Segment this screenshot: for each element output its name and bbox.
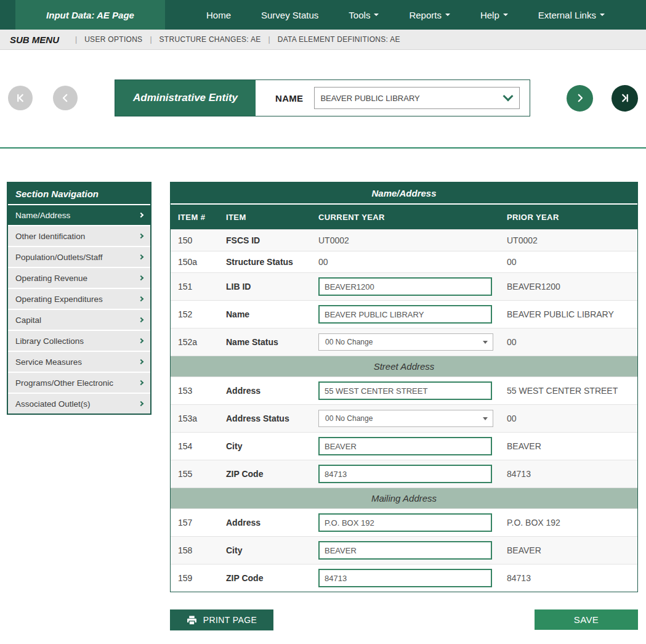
item-number: 153 xyxy=(171,386,219,396)
print-page-label: PRINT PAGE xyxy=(203,615,257,625)
sidebar-item-operating-expenditures[interactable]: Operating Expenditures xyxy=(8,288,150,309)
previous-record-button[interactable] xyxy=(53,86,78,110)
nav-help[interactable]: Help xyxy=(480,10,508,20)
action-buttons: PRINT PAGE SAVE xyxy=(170,609,638,630)
section-header-mailing-address: Mailing Address xyxy=(171,487,637,508)
prior-year-value: BEAVER xyxy=(499,441,637,451)
submenu-item-data-element-definitions-ae[interactable]: DATA ELEMENT DEFINITIONS: AE xyxy=(278,35,400,44)
section-navigation-sidebar: Section Navigation Name/Address Other Id… xyxy=(7,182,151,415)
sidebar-item-population-outlets-staff[interactable]: Population/Outlets/Staff xyxy=(8,246,150,267)
sidebar-item-library-collections[interactable]: Library Collections xyxy=(8,330,150,351)
entity-name-select[interactable]: BEAVER PUBLIC LIBRARY xyxy=(314,87,520,109)
prior-year-value: 55 WEST CENTER STREET xyxy=(499,386,637,396)
sidebar-item-programs-other-electronic[interactable]: Programs/Other Electronic xyxy=(8,372,150,393)
save-button[interactable]: SAVE xyxy=(535,609,638,630)
item-label: FSCS ID xyxy=(219,235,311,245)
input-item-151[interactable] xyxy=(318,277,492,296)
sidebar-item-associated-outlet-s[interactable]: Associated Outlet(s) xyxy=(8,393,150,414)
sidebar-item-label: Programs/Other Electronic xyxy=(15,378,113,388)
main-content: Section Navigation Name/Address Other Id… xyxy=(0,182,646,638)
item-label: ZIP Code xyxy=(219,573,311,583)
item-number: 152a xyxy=(171,337,219,347)
sidebar-item-label: Operating Expenditures xyxy=(15,295,103,304)
sidebar-item-name-address[interactable]: Name/Address xyxy=(8,204,150,225)
next-record-button[interactable] xyxy=(567,85,593,112)
submenu-item-structure-changes-ae[interactable]: STRUCTURE CHANGES: AE xyxy=(159,35,261,44)
item-label: Name xyxy=(219,309,311,319)
chevron-right-icon xyxy=(139,275,143,280)
sidebar-title: Section Navigation xyxy=(8,183,150,204)
sidebar-item-other-identification[interactable]: Other Identification xyxy=(8,225,150,246)
chevron-left-icon xyxy=(60,92,71,104)
chevron-down-icon xyxy=(445,14,450,16)
nav-survey-status[interactable]: Survey Status xyxy=(261,10,318,20)
prior-year-value: 00 xyxy=(499,337,637,347)
input-item-152[interactable] xyxy=(318,305,492,324)
submenu-separator: | xyxy=(75,35,77,44)
table-row-158: 158 City BEAVER xyxy=(171,536,637,564)
table-row-151: 151 LIB ID BEAVER1200 xyxy=(171,272,637,300)
sub-menu-bar: SUB MENU |USER OPTIONS |STRUCTURE CHANGE… xyxy=(0,30,646,50)
input-item-153[interactable] xyxy=(318,381,492,400)
submenu-title: SUB MENU xyxy=(10,35,59,45)
item-label: Structure Status xyxy=(219,257,311,267)
input-item-155[interactable] xyxy=(318,465,492,483)
chevron-right-icon xyxy=(139,213,143,218)
item-number: 158 xyxy=(171,545,219,555)
prior-year-value: 84713 xyxy=(499,573,637,583)
sidebar-item-capital[interactable]: Capital xyxy=(8,309,150,330)
item-label: Address Status xyxy=(219,414,311,423)
section-header-street-address: Street Address xyxy=(171,356,637,377)
item-number: 154 xyxy=(171,441,219,451)
section-divider xyxy=(0,147,646,149)
print-page-button[interactable]: PRINT PAGE xyxy=(170,609,273,630)
input-item-159[interactable] xyxy=(318,569,492,587)
prior-year-value: BEAVER PUBLIC LIBRARY xyxy=(499,309,637,319)
chevron-right-icon xyxy=(139,296,143,301)
input-item-154[interactable] xyxy=(318,437,492,455)
nav-links: Home Survey Status Tools Reports Help Ex… xyxy=(165,0,646,30)
item-number: 151 xyxy=(171,282,219,291)
table-row-153: 153 Address 55 WEST CENTER STREET xyxy=(171,377,637,404)
select-item-152a[interactable]: 00 No Change xyxy=(318,333,493,351)
chevron-down-icon xyxy=(503,91,514,101)
chevron-down-icon xyxy=(503,14,508,16)
first-record-button[interactable] xyxy=(8,86,33,110)
entity-name-value: BEAVER PUBLIC LIBRARY xyxy=(320,94,419,103)
sidebar-items: Name/Address Other Identification Popula… xyxy=(8,204,150,414)
table-header-row: ITEM # ITEM CURRENT YEAR PRIOR YEAR xyxy=(171,205,637,229)
prior-year-value: BEAVER xyxy=(499,545,637,555)
table-row-150: 150 FSCS ID UT0002 UT0002 xyxy=(171,229,637,251)
skip-first-icon xyxy=(15,92,26,104)
select-item-153a[interactable]: 00 No Change xyxy=(318,410,493,427)
item-number: 150 xyxy=(171,235,219,245)
last-record-button[interactable] xyxy=(612,85,638,112)
column-header-item-number: ITEM # xyxy=(171,213,219,222)
item-label: City xyxy=(219,441,311,451)
nav-home[interactable]: Home xyxy=(206,10,231,20)
record-navigation: Administrative Entity NAME BEAVER PUBLIC… xyxy=(0,79,646,116)
table-row-150a: 150a Structure Status 00 00 xyxy=(171,251,637,272)
nav-active-tab-input-data-ae-page[interactable]: Input Data: AE Page xyxy=(15,0,165,30)
table-title: Name/Address xyxy=(171,182,637,205)
chevron-right-icon xyxy=(139,317,143,322)
sidebar-item-operating-revenue[interactable]: Operating Revenue xyxy=(8,267,150,288)
input-item-158[interactable] xyxy=(318,541,492,560)
entity-type-label: Administrative Entity xyxy=(115,80,256,116)
chevron-right-icon xyxy=(139,255,143,259)
nav-reports[interactable]: Reports xyxy=(409,10,450,20)
input-item-157[interactable] xyxy=(318,513,492,532)
dropdown-arrow-icon xyxy=(483,341,488,344)
sidebar-item-label: Capital xyxy=(15,316,41,325)
submenu-separator: | xyxy=(150,35,151,44)
submenu-separator: | xyxy=(268,35,270,44)
chevron-down-icon xyxy=(374,14,379,16)
nav-external-links[interactable]: External Links xyxy=(538,10,605,20)
sidebar-item-label: Operating Revenue xyxy=(15,274,87,283)
sidebar-item-service-measures[interactable]: Service Measures xyxy=(8,351,150,372)
submenu-items: |USER OPTIONS |STRUCTURE CHANGES: AE |DA… xyxy=(68,35,400,44)
submenu-item-user-options[interactable]: USER OPTIONS xyxy=(84,35,142,44)
select-value: 00 No Change xyxy=(325,414,373,423)
sidebar-item-label: Associated Outlet(s) xyxy=(15,399,91,409)
nav-tools[interactable]: Tools xyxy=(349,10,379,20)
